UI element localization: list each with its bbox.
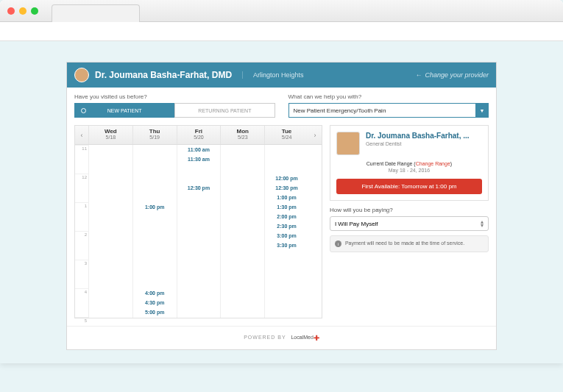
visited-before-col: Have you visited us before? NEW PATIENT … [74,93,275,118]
date-range-label: Current Date Range ( [367,161,416,166]
time-slot[interactable]: 12:30 pm [265,183,308,193]
time-slot[interactable]: 3:00 pm [265,231,308,240]
browser-window: Dr. Joumana Basha-Farhat, DMD Arlington … [0,0,563,363]
help-label: What can we help you with? [288,93,489,100]
col-fri: 11:00 am 11:30 am 12:30 pm [177,145,221,318]
maximize-window-icon[interactable] [31,7,38,15]
calendar: ‹ Wed 5/18 Thu 5/19 Fri 5/20 [74,125,322,318]
hour-label: 11 [75,145,88,174]
day-date: 5/19 [133,135,177,140]
content-row: ‹ Wed 5/18 Thu 5/19 Fri 5/20 [67,125,496,326]
hour-labels: 11 12 1 2 3 4 5 [75,145,88,318]
provider-type: General Dentist [366,141,470,146]
reason-value: New Patient Emergency/Tooth Pain [294,107,386,114]
payment-section: How will you be paying? I Will Pay Mysel… [330,207,489,252]
brand-label: LocalMed✚ [291,335,319,340]
provider-name: Dr. Joumana Basha-Farhat, DMD [95,70,232,80]
pay-value: I Will Pay Myself [335,221,378,227]
change-provider-link[interactable]: ← Change your provider [415,71,489,79]
day-date: 5/23 [221,135,264,140]
time-slot[interactable]: 1:30 pm [265,202,308,212]
change-range-link[interactable]: Change Range [416,161,450,166]
chevron-down-icon: ▼ [475,103,489,118]
payment-select[interactable]: I Will Pay Myself ▴▾ [330,216,489,231]
url-bar[interactable] [0,22,563,41]
day-name: Tue [265,128,308,135]
first-available-button[interactable]: First Available: Tomorrow at 1:00 pm [336,179,482,194]
col-tue: 12:00 pm 12:30 pm 1:00 pm 1:30 pm 2:00 p… [264,145,308,318]
day-name: Fri [177,128,221,135]
time-slot[interactable]: 1:00 pm [133,202,177,212]
day-date: 5/20 [177,135,221,140]
col-mon [220,145,264,318]
returning-patient-label: RETURNING PATIENT [198,108,251,113]
calendar-prev-button[interactable]: ‹ [75,126,88,144]
day-date: 5/18 [89,135,132,140]
day-name: Wed [89,128,132,135]
sidebar-provider-name: Dr. Joumana Basha-Farhat, ... [366,132,470,140]
day-header-thu: Thu 5/19 [132,126,177,144]
time-slot[interactable]: 3:30 pm [265,240,308,250]
time-slot[interactable]: 2:30 pm [265,221,308,231]
time-slot[interactable]: 4:00 pm [133,288,177,298]
time-slot[interactable]: 2:00 pm [265,212,308,221]
new-patient-button[interactable]: NEW PATIENT [74,103,174,118]
calendar-next-button[interactable]: › [308,126,322,144]
provider-box: Dr. Joumana Basha-Farhat, ... General De… [330,125,489,201]
change-provider-label: Change your provider [425,71,489,79]
page-content: Dr. Joumana Basha-Farhat, DMD Arlington … [0,41,563,363]
visited-label: Have you visited us before? [74,93,275,100]
spacer [308,145,322,318]
calendar-body: 11 12 1 2 3 4 5 1:00 pm [75,145,322,318]
close-window-icon[interactable] [7,7,15,15]
returning-patient-button[interactable]: RETURNING PATIENT [174,103,275,118]
provider-avatar-icon [74,68,89,82]
info-icon: i [335,240,341,247]
provider-photo-icon [336,132,360,155]
time-slot[interactable]: 11:30 am [177,154,221,164]
form-row: Have you visited us before? NEW PATIENT … [67,88,496,125]
date-range-close: ) [450,161,452,166]
day-date: 5/24 [265,135,308,140]
hour-label: 12 [75,174,88,202]
arrow-left-icon: ← [415,71,422,79]
col-thu: 1:00 pm 4:00 pm 4:30 pm 5:00 pm [132,145,177,318]
calendar-header: ‹ Wed 5/18 Thu 5/19 Fri 5/20 [75,126,322,145]
time-slot[interactable]: 1:00 pm [265,193,308,202]
date-range-row: Current Date Range (Change Range) [336,161,482,166]
pay-label: How will you be paying? [330,207,489,213]
hour-label: 1 [75,202,88,231]
browser-chrome [0,0,563,22]
sidebar: Dr. Joumana Basha-Farhat, ... General De… [330,125,489,318]
hour-label: 5 [75,317,88,346]
header-bar: Dr. Joumana Basha-Farhat, DMD Arlington … [67,63,496,88]
time-slot[interactable]: 12:00 pm [265,174,308,183]
footer: POWERED BY LocalMed✚ [67,326,496,349]
traffic-lights [7,7,38,15]
date-range-value: May 18 - 24, 2016 [336,168,482,173]
pay-note-text: Payment will need to be made at the time… [345,240,464,247]
hour-label: 2 [75,231,88,260]
browser-tab[interactable] [52,4,140,22]
new-patient-label: NEW PATIENT [107,108,142,113]
time-slot[interactable]: 11:00 am [177,145,221,154]
location-label: Arlington Heights [242,71,304,79]
calendar-columns: 1:00 pm 4:00 pm 4:30 pm 5:00 pm 11:00 am… [88,145,308,318]
reason-select[interactable]: New Patient Emergency/Tooth Pain ▼ [288,103,489,118]
day-header-tue: Tue 5/24 [264,126,308,144]
payment-note: i Payment will need to be made at the ti… [330,235,489,252]
powered-by-label: POWERED BY [244,335,286,340]
hour-label: 3 [75,260,88,288]
col-wed [88,145,132,318]
day-name: Mon [221,128,264,135]
reason-col: What can we help you with? New Patient E… [288,93,489,118]
time-slot[interactable]: 12:30 pm [177,183,221,193]
time-slot[interactable]: 5:00 pm [133,307,177,317]
brand-text: LocalMed [291,335,313,340]
patient-type-toggle: NEW PATIENT RETURNING PATIENT [74,103,275,118]
provider-head: Dr. Joumana Basha-Farhat, ... General De… [336,132,482,155]
booking-card: Dr. Joumana Basha-Farhat, DMD Arlington … [66,62,497,350]
minimize-window-icon[interactable] [19,7,26,15]
day-header-mon: Mon 5/23 [220,126,264,144]
time-slot[interactable]: 4:30 pm [133,298,177,307]
